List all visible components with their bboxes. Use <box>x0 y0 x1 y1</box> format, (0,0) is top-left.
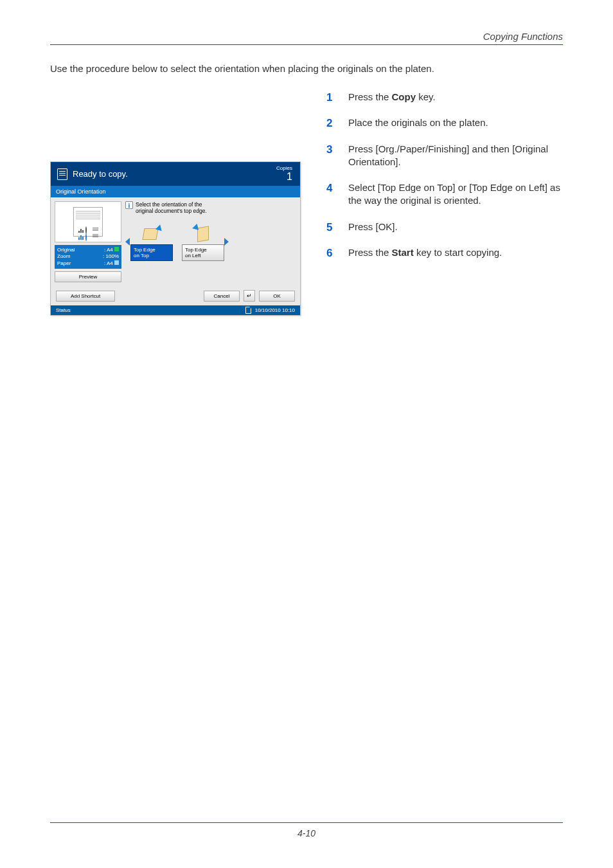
step-6: Press the Start key to start copying. <box>326 246 563 259</box>
hint-text: i Select the orientation of theoriginal … <box>125 201 295 214</box>
step-1: Press the Copy key. <box>326 91 563 104</box>
panel-status-bar: Status 10/10/2010 10:10 <box>51 305 300 315</box>
panel-titlebar: Ready to copy. Copies 1 <box>51 162 300 186</box>
document-icon <box>245 307 251 314</box>
swatch-icon <box>114 247 119 251</box>
preview-button[interactable]: Preview <box>55 271 121 282</box>
step-4: Select [Top Edge on Top] or [Top Edge on… <box>326 181 563 208</box>
status-datetime: 10/10/2010 10:10 <box>255 307 295 313</box>
orientation-top-icon <box>142 226 161 242</box>
lines-icon <box>93 234 98 240</box>
cancel-button[interactable]: Cancel <box>204 291 240 302</box>
option-top-edge-on-top[interactable]: Top Edgeon Top <box>130 226 173 261</box>
prev-arrow-icon[interactable] <box>125 229 130 255</box>
ok-button[interactable]: OK <box>259 291 295 302</box>
step-3: Press [Org./Paper/Finishing] and then [O… <box>326 143 563 169</box>
step-5: Press [OK]. <box>326 221 563 233</box>
clock-icon <box>85 227 91 233</box>
running-header: Copying Functions <box>50 31 563 45</box>
swatch-icon <box>114 260 119 265</box>
preview-thumbnail <box>55 201 121 242</box>
option-top-edge-on-left[interactable]: Top Edgeon Left <box>182 226 224 261</box>
next-arrow-icon[interactable] <box>224 229 229 255</box>
page-number: 4-10 <box>50 822 563 838</box>
device-panel: Ready to copy. Copies 1 Original Orienta… <box>50 161 301 316</box>
status-label[interactable]: Status <box>56 307 71 313</box>
chart-icon <box>78 234 84 240</box>
back-button[interactable]: ↵ <box>244 290 255 302</box>
intro-text: Use the procedure below to select the or… <box>50 63 563 74</box>
add-shortcut-button[interactable]: Add Shortcut <box>56 291 115 302</box>
panel-subtitle: Original Orientation <box>51 186 300 197</box>
panel-title: Ready to copy. <box>73 169 128 179</box>
info-icon: i <box>125 201 133 209</box>
lines-icon <box>93 227 98 233</box>
clock-icon <box>85 234 91 240</box>
preview-meta: Original: A4 Zoom: 100% Paper: A4 <box>55 245 121 269</box>
chart-icon <box>78 227 84 233</box>
step-2: Place the originals on the platen. <box>326 116 563 129</box>
procedure-steps: Press the Copy key. Place the originals … <box>326 91 563 259</box>
orientation-left-icon <box>193 226 213 242</box>
copy-icon <box>57 168 67 180</box>
copies-readout: Copies 1 <box>276 165 292 183</box>
